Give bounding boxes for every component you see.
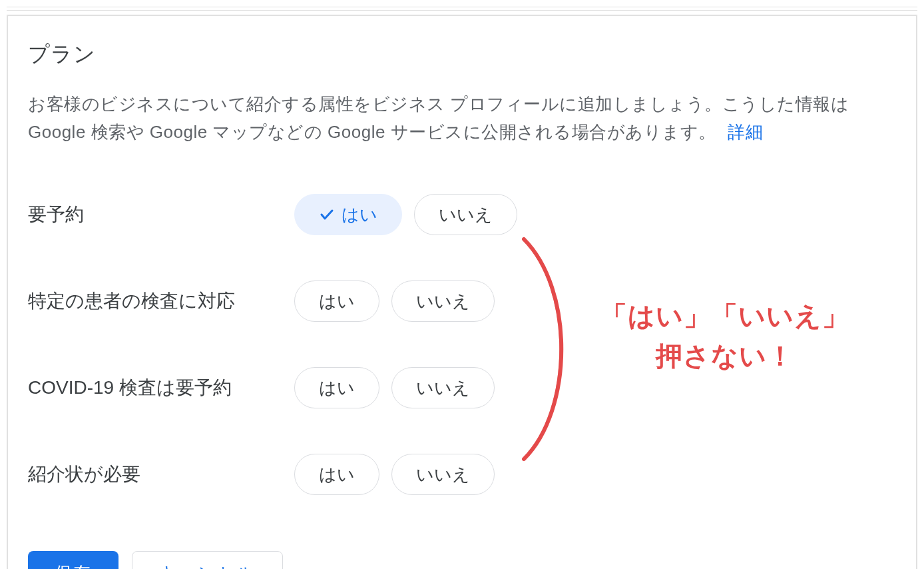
- attribute-rows: 要予約 はい いいえ 特定の患者の検査に対応 はい: [28, 194, 896, 495]
- no-button[interactable]: いいえ: [391, 367, 495, 408]
- yes-button[interactable]: はい: [294, 454, 379, 495]
- footer-buttons: 保存 キャンセル: [28, 551, 896, 569]
- check-icon: [319, 207, 335, 223]
- yes-label: はい: [319, 376, 355, 400]
- section-title: プラン: [28, 40, 896, 69]
- no-button[interactable]: いいえ: [391, 454, 495, 495]
- no-label: いいえ: [416, 290, 470, 313]
- yes-button[interactable]: はい: [294, 367, 379, 408]
- row-label: COVID-19 検査は要予約: [28, 375, 294, 400]
- no-button[interactable]: いいえ: [391, 281, 495, 322]
- row-specific-patient-testing: 特定の患者の検査に対応 はい いいえ: [28, 281, 896, 322]
- description-text: お客様のビジネスについて紹介する属性をビジネス プロフィールに追加しましょう。こ…: [28, 94, 849, 142]
- yes-label: はい: [342, 203, 377, 227]
- row-label: 紹介状が必要: [28, 462, 294, 487]
- row-label: 特定の患者の検査に対応: [28, 288, 294, 314]
- yes-button[interactable]: はい: [294, 194, 402, 235]
- plan-panel: プラン お客様のビジネスについて紹介する属性をビジネス プロフィールに追加しまし…: [7, 15, 917, 569]
- row-covid19-reservation: COVID-19 検査は要予約 はい いいえ: [28, 367, 896, 408]
- yes-button[interactable]: はい: [294, 281, 379, 322]
- top-border-decoration: [7, 7, 917, 11]
- row-reservation-required: 要予約 はい いいえ: [28, 194, 896, 235]
- choice-group: はい いいえ: [294, 367, 495, 408]
- choice-group: はい いいえ: [294, 194, 517, 235]
- row-referral-required: 紹介状が必要 はい いいえ: [28, 454, 896, 495]
- no-label: いいえ: [416, 463, 470, 486]
- yes-label: はい: [319, 290, 355, 313]
- choice-group: はい いいえ: [294, 454, 495, 495]
- no-label: いいえ: [416, 376, 470, 400]
- details-link[interactable]: 詳細: [728, 122, 763, 142]
- choice-group: はい いいえ: [294, 281, 495, 322]
- yes-label: はい: [319, 463, 355, 486]
- section-description: お客様のビジネスについて紹介する属性をビジネス プロフィールに追加しましょう。こ…: [28, 91, 896, 146]
- no-label: いいえ: [439, 203, 493, 227]
- row-label: 要予約: [28, 202, 294, 227]
- no-button[interactable]: いいえ: [414, 194, 517, 235]
- cancel-button[interactable]: キャンセル: [132, 551, 283, 569]
- save-button[interactable]: 保存: [28, 551, 118, 569]
